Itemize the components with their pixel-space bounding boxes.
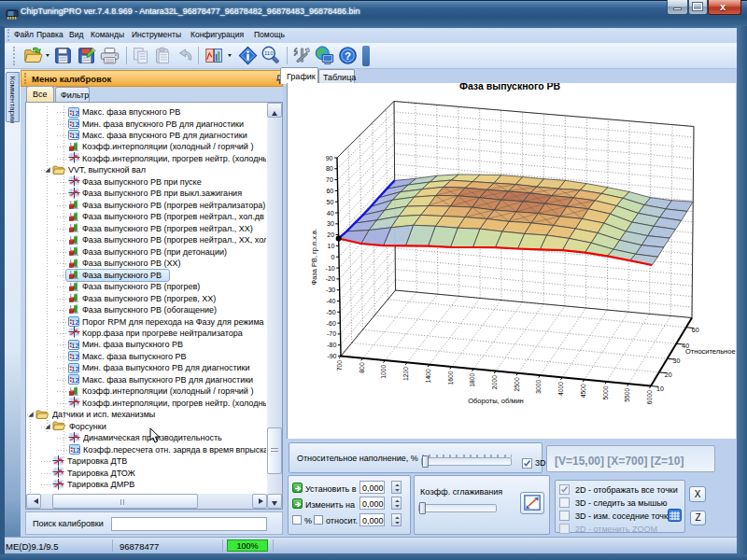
- svg-text:Обороты, об/мин: Обороты, об/мин: [468, 397, 524, 405]
- svg-text:10: 10: [656, 385, 664, 392]
- svg-text:1200: 1200: [402, 367, 409, 381]
- svg-text:30: 30: [673, 357, 681, 364]
- svg-text:-90: -90: [327, 353, 336, 359]
- svg-text:-50: -50: [326, 309, 335, 315]
- svg-text:5000: 5000: [602, 385, 609, 399]
- svg-text:12: 12: [71, 109, 78, 118]
- svg-text:6000: 6000: [646, 390, 653, 404]
- svg-text:0: 0: [331, 254, 335, 260]
- svg-text:12: 12: [72, 446, 79, 455]
- svg-text:1600: 1600: [447, 371, 454, 385]
- svg-text:12: 12: [71, 376, 78, 385]
- svg-text:1400: 1400: [425, 369, 431, 383]
- svg-text:4000: 4000: [557, 382, 564, 396]
- svg-text:Фаза выпускного РВ: Фаза выпускного РВ: [459, 83, 561, 91]
- svg-text:-40: -40: [326, 298, 335, 304]
- svg-text:1000: 1000: [380, 364, 387, 378]
- svg-text:12: 12: [71, 342, 78, 350]
- svg-text:60: 60: [326, 188, 333, 194]
- svg-text:12: 12: [71, 120, 78, 129]
- svg-text:40: 40: [327, 210, 334, 217]
- svg-text:-30: -30: [326, 287, 335, 293]
- svg-text:?: ?: [345, 50, 351, 62]
- svg-text:12: 12: [71, 132, 78, 140]
- svg-text:-60: -60: [327, 320, 336, 327]
- svg-text:Фаза РВ, гр.п.х.в.: Фаза РВ, гр.п.х.в.: [310, 229, 318, 286]
- svg-text:800: 800: [359, 362, 365, 373]
- svg-text:30: 30: [327, 220, 334, 227]
- svg-text:20: 20: [327, 231, 334, 238]
- svg-text:90: 90: [326, 155, 333, 161]
- svg-text:-70: -70: [327, 330, 336, 337]
- svg-text:20: 20: [665, 371, 672, 378]
- svg-text:700: 700: [336, 360, 343, 371]
- svg-text:50: 50: [327, 199, 334, 205]
- svg-text:2500: 2500: [514, 377, 520, 391]
- svg-text:3000: 3000: [535, 379, 542, 393]
- svg-text:2000: 2000: [491, 375, 498, 389]
- svg-text:4500: 4500: [580, 384, 586, 398]
- svg-text:1800: 1800: [469, 372, 475, 386]
- svg-text:60: 60: [692, 327, 699, 333]
- svg-text:-80: -80: [327, 342, 336, 348]
- svg-text:110: 110: [264, 49, 274, 56]
- svg-text:12: 12: [71, 365, 78, 373]
- svg-text:-10: -10: [326, 265, 335, 272]
- svg-text:10: 10: [328, 243, 335, 249]
- svg-text:12: 12: [71, 353, 78, 361]
- svg-text:5500: 5500: [624, 387, 630, 401]
- svg-text:-20: -20: [326, 275, 335, 282]
- svg-text:70: 70: [326, 176, 333, 183]
- svg-text:80: 80: [326, 165, 333, 172]
- svg-text:Относительное наполнение: Относительное наполнение: [685, 347, 736, 356]
- svg-text:12: 12: [71, 318, 78, 327]
